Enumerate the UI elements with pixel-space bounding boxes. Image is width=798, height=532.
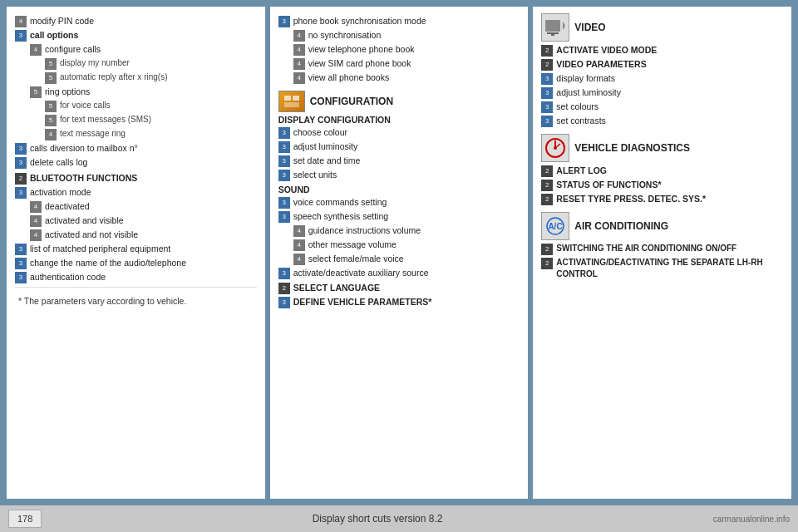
svg-rect-6 xyxy=(551,34,554,36)
level-badge: 2 xyxy=(541,244,553,255)
level-badge: 4 xyxy=(293,225,305,237)
list-item: 4 configure calls xyxy=(30,43,257,56)
list-item: 3 speech synthesis setting xyxy=(278,210,520,223)
level-badge: 3 xyxy=(278,211,290,223)
level-badge: 2 xyxy=(278,283,290,294)
level-badge: 3 xyxy=(541,73,553,85)
level-badge: 3 xyxy=(278,155,290,167)
level-badge: 4 xyxy=(293,254,305,265)
level-badge: 3 xyxy=(15,244,27,255)
level-badge: 4 xyxy=(293,44,305,56)
item-label: view all phone books xyxy=(308,71,389,84)
level-badge: 2 xyxy=(541,258,553,269)
item-label: set contrasts xyxy=(556,115,606,127)
list-item: 2 ACTIVATING/DEACTIVATING THE SEPARATE L… xyxy=(541,257,783,280)
level-badge: 3 xyxy=(15,258,27,269)
item-label: choose colour xyxy=(293,126,347,139)
level-badge: 3 xyxy=(15,30,27,42)
item-label: list of matched peripheral equipment xyxy=(30,243,170,255)
item-label: activated and visible xyxy=(45,214,124,227)
item-label: set colours xyxy=(556,101,598,113)
air-conditioning-icon: A/C xyxy=(541,212,569,240)
item-label: DEFINE VEHICLE PARAMETERS* xyxy=(293,296,432,308)
item-label: other message volume xyxy=(308,239,397,251)
list-item: 5 display my number xyxy=(45,57,257,70)
item-label: calls diversion to mailbox n° xyxy=(30,142,138,155)
item-label: view SIM card phone book xyxy=(308,57,411,70)
list-item: 3 call options xyxy=(15,29,257,42)
display-config-label: DISPLAY CONFIGURATION xyxy=(278,115,520,125)
list-item: 2 VIDEO PARAMETERS xyxy=(541,58,783,71)
item-label: SELECT LANGUAGE xyxy=(293,282,380,294)
level-badge: 5 xyxy=(45,101,57,112)
item-label: delete calls log xyxy=(30,156,87,169)
level-badge: 3 xyxy=(15,157,27,169)
right-panel: VIDEO 2 ACTIVATE VIDEO MODE 2 VIDEO PARA… xyxy=(533,7,791,499)
list-item: 2 ACTIVATE VIDEO MODE xyxy=(541,44,783,57)
list-item: 4 select female/male voice xyxy=(293,253,520,265)
level-badge: 4 xyxy=(30,201,42,213)
item-label: adjust luminosity xyxy=(556,86,621,99)
svg-rect-3 xyxy=(545,20,560,32)
item-label: activate/deactivate auxiliary source xyxy=(293,267,429,279)
configuration-title: CONFIGURATION xyxy=(310,96,393,107)
level-badge: 5 xyxy=(45,58,57,70)
item-label: VIDEO PARAMETERS xyxy=(556,58,646,71)
item-label: select female/male voice xyxy=(308,253,404,265)
level-badge: 5 xyxy=(45,115,57,126)
list-item: 3 voice commands setting xyxy=(278,196,520,209)
level-badge: 2 xyxy=(541,180,553,191)
air-conditioning-title: AIR CONDITIONING xyxy=(574,220,668,232)
middle-panel: 3 phone book synchronisation mode 4 no s… xyxy=(270,7,529,499)
list-item: 3 activate/deactivate auxiliary source xyxy=(278,267,520,279)
level-badge: 4 xyxy=(293,239,305,251)
list-item: 3 choose colour xyxy=(278,126,520,139)
list-item: 3 set contrasts xyxy=(541,115,783,127)
list-item: 4 activated and not visible xyxy=(30,229,257,241)
list-item: 3 display formats xyxy=(541,72,783,85)
list-item: 4 view SIM card phone book xyxy=(293,57,520,70)
level-badge: 4 xyxy=(30,229,42,241)
item-label: guidance instructions volume xyxy=(308,224,421,237)
list-item: 3 delete calls log xyxy=(15,156,257,169)
list-item: 2 RESET TYRE PRESS. DETEC. SYS.* xyxy=(541,193,783,205)
item-label: for voice calls xyxy=(60,100,111,111)
item-label: text message ring xyxy=(60,128,126,140)
list-item: 4 guidance instructions volume xyxy=(293,224,520,237)
item-label: set date and time xyxy=(293,155,361,167)
list-item: 4 other message volume xyxy=(293,239,520,251)
level-badge: 4 xyxy=(30,215,42,227)
item-label: deactivated xyxy=(45,200,90,213)
list-item: 2 STATUS OF FUNCTIONS* xyxy=(541,179,783,191)
left-panel: 4 modify PIN code 3 call options 4 confi… xyxy=(7,7,265,499)
list-item: 5 ring options xyxy=(30,86,257,98)
list-item: 3 set date and time xyxy=(278,155,520,167)
level-badge: 4 xyxy=(30,44,42,56)
item-label: automatic reply after x ring(s) xyxy=(60,71,168,83)
list-item: 4 deactivated xyxy=(30,200,257,213)
level-badge: 4 xyxy=(15,16,27,27)
item-label: change the name of the audio/telephone xyxy=(30,257,186,269)
footer: 178 Display short cuts version 8.2 carma… xyxy=(0,505,798,532)
level-badge: 3 xyxy=(278,268,290,279)
level-badge: 3 xyxy=(278,297,290,308)
level-badge: 2 xyxy=(541,45,553,57)
video-title: VIDEO xyxy=(574,22,605,33)
list-item: 4 view telephone phone book xyxy=(293,43,520,56)
vehicle-diagnostics-section-header: VEHICLE DIAGNOSTICS xyxy=(541,134,783,162)
list-item: 3 calls diversion to mailbox n° xyxy=(15,142,257,155)
item-label: ACTIVATE VIDEO MODE xyxy=(556,44,657,57)
level-badge: 3 xyxy=(541,101,553,113)
page-number: 178 xyxy=(8,510,42,528)
level-badge: 3 xyxy=(278,197,290,209)
list-item: 2 BLUETOOTH FUNCTIONS xyxy=(15,172,257,185)
level-badge: 2 xyxy=(541,59,553,71)
list-item: 2 ALERT LOG xyxy=(541,165,783,177)
svg-text:A/C: A/C xyxy=(549,222,563,231)
list-item: 3 set colours xyxy=(541,101,783,113)
list-item: 4 text message ring xyxy=(45,128,257,140)
item-label: phone book synchronisation mode xyxy=(293,15,426,27)
item-label: STATUS OF FUNCTIONS* xyxy=(556,179,661,191)
svg-rect-5 xyxy=(547,32,559,34)
list-item: 4 no synchronisation xyxy=(293,29,520,42)
